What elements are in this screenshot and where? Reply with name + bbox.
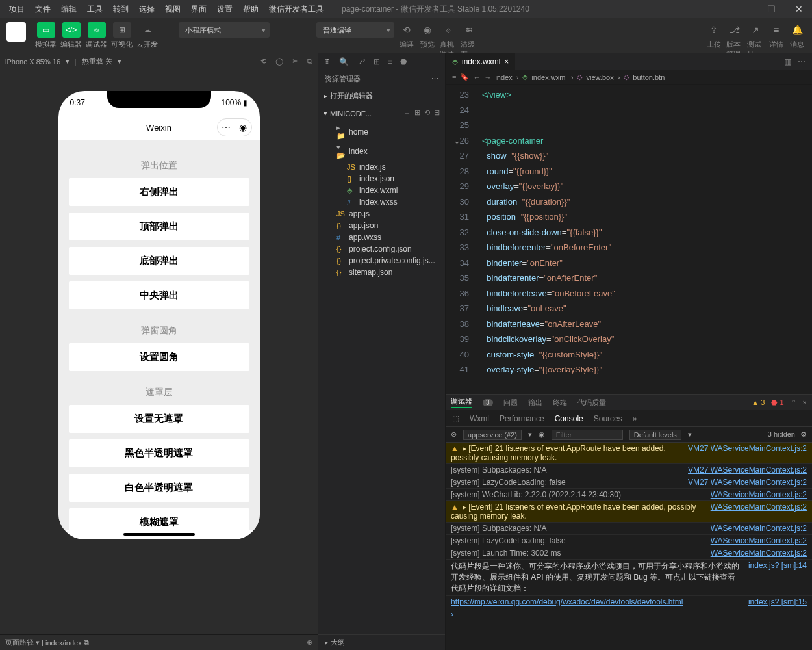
close-icon[interactable]: ✕ [791, 4, 807, 14]
tree-item[interactable]: ▸ 📁home [318, 122, 445, 142]
tab-problems[interactable]: 问题 [503, 398, 518, 408]
menu-item[interactable]: 工具 [83, 4, 107, 15]
tree-item[interactable]: #index.wxss [318, 196, 445, 208]
hidden-count[interactable]: 3 hidden [768, 430, 795, 439]
btn-no-overlay[interactable]: 设置无遮罩 [69, 405, 249, 433]
compile-dropdown[interactable]: 普通编译 [316, 22, 394, 38]
outline-section[interactable]: ▸ 大纲 [318, 634, 445, 650]
preview-button[interactable]: ◉预览 [419, 22, 436, 49]
record-icon[interactable]: ◯ [275, 57, 283, 66]
branch-icon[interactable]: ⎇ [357, 57, 366, 66]
minimize-icon[interactable]: ― [735, 4, 752, 14]
device-select[interactable]: iPhone X 85% 16 [5, 58, 60, 66]
open-editors[interactable]: ▸ 打开的编辑器 [318, 90, 445, 102]
editor-tab[interactable]: ⬘index.wxml× [446, 53, 516, 70]
code-editor[interactable]: 232425⌄26272829303132333435363738394041 … [446, 84, 812, 394]
source-link[interactable]: WAServiceMainContext.js:2 [711, 524, 807, 533]
btn-bottom[interactable]: 底部弹出 [69, 247, 249, 275]
source-link[interactable]: WAServiceMainContext.js:2 [711, 502, 807, 521]
dtab-console[interactable]: Console [555, 414, 583, 423]
collapse-icon[interactable]: ⊟ [434, 109, 440, 118]
files-icon[interactable]: 🗎 [324, 57, 331, 66]
editor-button[interactable]: </>编辑器 [60, 22, 82, 49]
db-icon[interactable]: ≡ [388, 57, 392, 66]
hotreload-select[interactable]: 热重载 关 [82, 57, 112, 66]
menu-item[interactable]: 选择 [135, 4, 159, 15]
source-link[interactable]: WAServiceMainContext.js:2 [711, 549, 807, 558]
tree-item[interactable]: {}index.json [318, 173, 445, 185]
dtab[interactable]: Wxml [470, 414, 489, 423]
btn-top[interactable]: 顶部弹出 [69, 213, 249, 240]
tree-item[interactable]: {}project.private.config.js... [318, 255, 445, 266]
btn-blur-overlay[interactable]: 模糊遮罩 [69, 508, 249, 530]
scene-icon[interactable]: ⊕ [307, 638, 312, 646]
tree-item[interactable]: {}sitemap.json [318, 266, 445, 278]
eye-icon[interactable]: ◉ [539, 430, 545, 439]
new-file-icon[interactable]: ＋ [403, 109, 411, 118]
page-path-value[interactable]: index/index [45, 639, 82, 647]
popout-icon[interactable]: ⧉ [307, 57, 312, 66]
cut-icon[interactable]: ✂ [292, 57, 298, 66]
btn-round[interactable]: 设置圆角 [69, 343, 249, 371]
btn-black-overlay[interactable]: 黑色半透明遮罩 [69, 439, 249, 467]
search-icon[interactable]: 🔍 [339, 57, 349, 66]
clear-icon[interactable]: ⊘ [451, 430, 457, 439]
tab-debugger[interactable]: 调试器 [451, 396, 472, 408]
mode-dropdown[interactable]: 小程序模式 [179, 22, 270, 38]
cloud-button[interactable]: ☁云开发 [136, 22, 158, 49]
btn-center[interactable]: 中央弹出 [69, 281, 249, 309]
project-root[interactable]: ▾ MINICODE... ＋ ⊞ ⟲ ⊟ [318, 107, 445, 120]
menu-item[interactable]: 设置 [213, 4, 236, 15]
menu-item[interactable]: 视图 [161, 4, 184, 15]
source-link[interactable]: WAServiceMainContext.js:2 [711, 536, 807, 545]
source-link[interactable]: VM27 WAServiceMainContext.js:2 [688, 478, 807, 487]
source-link[interactable]: VM27 WAServiceMainContext.js:2 [688, 444, 807, 462]
menu-item[interactable]: 界面 [187, 4, 210, 15]
refresh-icon[interactable]: ⟲ [424, 109, 430, 118]
menu-item[interactable]: 帮助 [239, 4, 262, 15]
breadcrumb[interactable]: ≡🔖←→ index › ⬘index.wxml › ◇view.box › ◇… [446, 70, 812, 84]
avatar[interactable] [6, 22, 26, 42]
filter-input[interactable] [552, 430, 623, 440]
message-button[interactable]: 🔔消息 [789, 22, 806, 49]
more-icon[interactable]: ⋯ [798, 57, 806, 66]
tree-item[interactable]: {}project.config.json [318, 243, 445, 255]
capsule-menu-icon[interactable]: ⋯ [218, 119, 235, 136]
capsule-close-icon[interactable]: ◉ [235, 119, 251, 136]
source-link[interactable]: WAServiceMainContext.js:2 [711, 490, 807, 499]
menu-item[interactable]: 文件 [31, 4, 55, 15]
simulator-button[interactable]: ▭模拟器 [35, 22, 57, 49]
dtab[interactable]: Performance [500, 414, 544, 423]
more-icon[interactable]: ⋯ [431, 75, 438, 83]
tree-item[interactable]: ⬘index.wxml [318, 185, 445, 196]
tree-item[interactable]: JSindex.js [318, 161, 445, 173]
visual-button[interactable]: ⊞可视化 [111, 22, 133, 49]
btn-right[interactable]: 右侧弹出 [69, 178, 249, 206]
close-tab-icon[interactable]: × [504, 57, 509, 66]
close-panel-icon[interactable]: × [803, 398, 807, 407]
err-badge[interactable]: ⬣ 1 [771, 398, 783, 407]
context-dropdown[interactable]: appservice (#2) [463, 430, 522, 440]
tab-quality[interactable]: 代码质量 [577, 398, 606, 408]
source-link[interactable]: index.js? [sm]:15 [748, 597, 807, 606]
tab-terminal[interactable]: 终端 [553, 398, 567, 408]
detail-button[interactable]: ≡详情 [768, 22, 785, 49]
dtab[interactable]: Sources [594, 414, 622, 423]
tree-item[interactable]: JSapp.js [318, 208, 445, 220]
debugger-button[interactable]: ⌾调试器 [86, 22, 107, 49]
more-icon[interactable]: » [633, 414, 637, 423]
levels-dropdown[interactable]: Default levels [629, 430, 681, 440]
compile-button[interactable]: ⟲编译 [398, 22, 415, 49]
menu-item[interactable]: 项目 [5, 4, 29, 15]
menu-item[interactable]: 编辑 [57, 4, 81, 15]
chevron-up-icon[interactable]: ⌃ [791, 398, 796, 407]
upload-button[interactable]: ⇪上传 [705, 22, 722, 49]
tree-item[interactable]: ▾ 📂index [318, 142, 445, 161]
menu-item[interactable]: 转到 [109, 4, 133, 15]
btn-white-overlay[interactable]: 白色半透明遮罩 [69, 474, 249, 502]
tree-item[interactable]: #app.wxss [318, 231, 445, 243]
ext-icon[interactable]: ⊞ [374, 57, 380, 66]
refresh-icon[interactable]: ⟲ [260, 57, 266, 66]
new-folder-icon[interactable]: ⊞ [414, 109, 420, 118]
menu-item[interactable]: 微信开发者工具 [265, 4, 327, 15]
